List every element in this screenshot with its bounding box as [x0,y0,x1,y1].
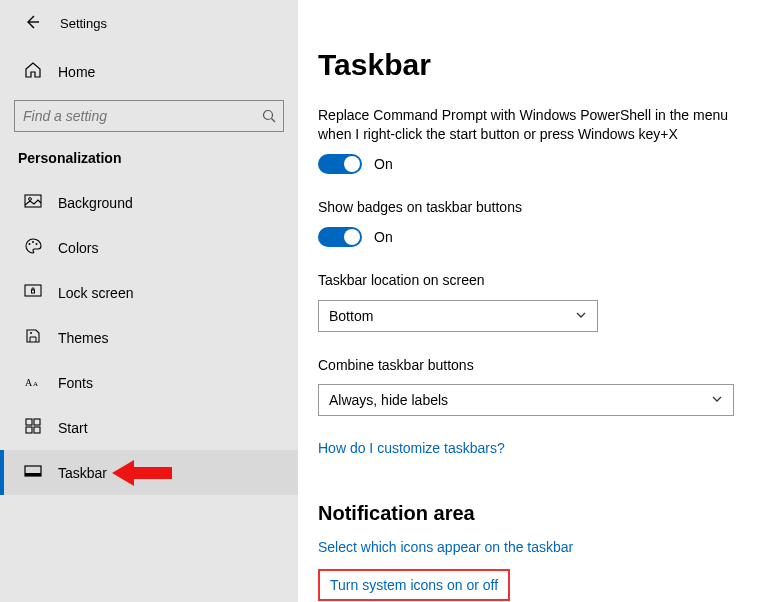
toggle-badges-state: On [374,229,393,245]
setting-combine-label: Combine taskbar buttons [318,356,740,375]
nav-label: Lock screen [58,285,133,301]
back-icon[interactable] [24,14,40,33]
svg-rect-15 [26,427,32,433]
sidebar-item-start[interactable]: Start [0,405,298,450]
select-combine-buttons[interactable]: Always, hide labels [318,384,734,416]
titlebar: Settings [0,14,298,53]
toggle-badges[interactable] [318,227,362,247]
home-icon [24,61,42,82]
nav-label: Background [58,195,133,211]
svg-text:A: A [33,380,38,388]
search-input[interactable] [14,100,284,132]
home-label: Home [58,64,95,80]
svg-point-5 [29,243,31,245]
setting-badges-toggle-row: On [318,227,740,247]
setting-badges-label: Show badges on taskbar buttons [318,198,740,217]
select-taskbar-location[interactable]: Bottom [318,300,598,332]
picture-icon [24,192,42,213]
toggle-powershell-state: On [374,156,393,172]
chevron-down-icon [711,392,723,408]
select-location-value: Bottom [329,308,373,324]
sidebar-item-lock-screen[interactable]: Lock screen [0,270,298,315]
nav-label: Fonts [58,375,93,391]
setting-location-label: Taskbar location on screen [318,271,740,290]
section-heading: Personalization [0,150,298,180]
page-title: Taskbar [318,48,740,82]
start-icon [24,417,42,438]
svg-rect-16 [34,427,40,433]
nav-label: Start [58,420,88,436]
nav-label: Themes [58,330,109,346]
select-combine-value: Always, hide labels [329,392,448,408]
notification-links: Select which icons appear on the taskbar… [318,539,740,601]
svg-point-7 [36,243,38,245]
sidebar-item-fonts[interactable]: AA Fonts [0,360,298,405]
app-title: Settings [60,16,107,31]
svg-point-6 [32,241,34,243]
sidebar-item-home[interactable]: Home [0,53,298,90]
svg-point-4 [29,198,32,201]
link-select-icons[interactable]: Select which icons appear on the taskbar [318,539,573,555]
svg-text:A: A [25,377,33,388]
taskbar-icon [24,462,42,483]
chevron-down-icon [575,308,587,324]
link-customize-taskbars[interactable]: How do I customize taskbars? [318,440,505,456]
svg-point-10 [30,332,32,334]
notification-area-heading: Notification area [318,502,740,525]
palette-icon [24,237,42,258]
lock-screen-icon [24,282,42,303]
sidebar-item-themes[interactable]: Themes [0,315,298,360]
nav-label: Taskbar [58,465,107,481]
sidebar-item-taskbar[interactable]: Taskbar [0,450,298,495]
setting-powershell-label: Replace Command Prompt with Windows Powe… [318,106,740,144]
svg-rect-13 [26,419,32,425]
svg-rect-14 [34,419,40,425]
nav-label: Colors [58,240,98,256]
toggle-powershell[interactable] [318,154,362,174]
nav-list: Background Colors Lock screen Themes AA … [0,180,298,495]
fonts-icon: AA [24,372,42,393]
sidebar-item-background[interactable]: Background [0,180,298,225]
setting-powershell-toggle-row: On [318,154,740,174]
sidebar-item-colors[interactable]: Colors [0,225,298,270]
main-pane: Taskbar Replace Command Prompt with Wind… [298,0,768,602]
link-system-icons[interactable]: Turn system icons on or off [330,577,498,593]
search-field[interactable] [14,100,284,132]
sidebar: Settings Home Personalization Background… [0,0,298,602]
svg-rect-18 [25,473,41,476]
annotation-highlight-box: Turn system icons on or off [318,569,510,601]
svg-rect-9 [32,290,35,293]
themes-icon [24,327,42,348]
